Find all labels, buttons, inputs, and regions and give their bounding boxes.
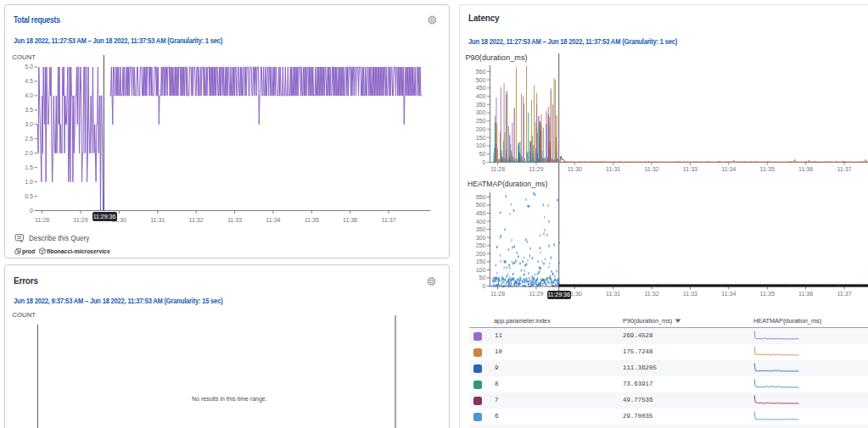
svg-text:2.0: 2.0	[25, 150, 33, 157]
svg-text:11:31: 11:31	[150, 217, 165, 224]
svg-text:0: 0	[483, 159, 486, 166]
svg-text:11:34: 11:34	[721, 166, 736, 173]
svg-text:11:33: 11:33	[683, 291, 697, 297]
svg-text:11:29: 11:29	[73, 217, 87, 224]
svg-text:11:36: 11:36	[343, 217, 357, 224]
svg-text:150: 150	[476, 258, 486, 265]
svg-text:0: 0	[483, 283, 486, 290]
svg-text:11:34: 11:34	[721, 291, 736, 297]
svg-text:450: 450	[476, 210, 486, 217]
svg-text:2.5: 2.5	[25, 136, 33, 142]
svg-text:350: 350	[476, 102, 486, 108]
svg-text:11:29: 11:29	[529, 291, 543, 297]
svg-text:250: 250	[476, 242, 486, 249]
svg-text:11:35: 11:35	[305, 217, 319, 224]
svg-text:1.5: 1.5	[25, 164, 33, 171]
svg-text:11:28: 11:28	[490, 291, 505, 297]
svg-text:3.0: 3.0	[25, 121, 33, 128]
svg-text:450: 450	[476, 85, 486, 92]
svg-text:550: 550	[476, 69, 486, 75]
svg-text:100: 100	[476, 267, 486, 274]
svg-text:11:34: 11:34	[266, 217, 280, 224]
svg-text:11:28: 11:28	[490, 166, 505, 173]
svg-text:300: 300	[476, 109, 486, 116]
svg-text:11:31: 11:31	[606, 291, 620, 297]
svg-text:11:37: 11:37	[837, 166, 851, 173]
svg-text:50: 50	[479, 151, 486, 158]
svg-text:11:30: 11:30	[568, 166, 582, 173]
svg-text:11:28: 11:28	[35, 217, 49, 224]
svg-text:200: 200	[476, 126, 486, 133]
svg-text:5.0: 5.0	[25, 64, 33, 70]
svg-text:0.5: 0.5	[25, 193, 33, 200]
svg-text:11:32: 11:32	[644, 291, 658, 297]
svg-text:11:32: 11:32	[644, 166, 658, 173]
svg-text:100: 100	[476, 142, 486, 149]
svg-text:400: 400	[476, 219, 486, 225]
svg-text:11:36: 11:36	[798, 291, 813, 297]
svg-text:550: 550	[476, 194, 486, 201]
svg-text:0: 0	[30, 208, 33, 214]
svg-text:3.5: 3.5	[25, 107, 33, 114]
svg-text:350: 350	[476, 226, 486, 233]
svg-text:11:29: 11:29	[529, 166, 543, 173]
svg-text:11:37: 11:37	[837, 291, 851, 297]
svg-text:11:36: 11:36	[798, 166, 813, 173]
svg-text:500: 500	[476, 77, 486, 84]
svg-text:11:31: 11:31	[606, 166, 620, 173]
svg-text:11:35: 11:35	[760, 166, 775, 173]
svg-text:4.5: 4.5	[25, 78, 33, 85]
svg-text:300: 300	[476, 235, 486, 242]
svg-text:50: 50	[479, 275, 486, 281]
svg-text:400: 400	[476, 93, 486, 100]
svg-text:11:33: 11:33	[683, 166, 697, 173]
svg-text:11:33: 11:33	[227, 217, 242, 224]
svg-text:200: 200	[476, 251, 486, 258]
svg-text:4.0: 4.0	[25, 92, 33, 99]
svg-text:11:35: 11:35	[760, 291, 775, 297]
svg-text:11:32: 11:32	[189, 217, 204, 224]
svg-text:500: 500	[476, 202, 486, 208]
svg-text:150: 150	[476, 135, 486, 142]
svg-text:250: 250	[476, 118, 486, 125]
svg-text:11:37: 11:37	[381, 217, 395, 224]
svg-text:1.0: 1.0	[25, 179, 33, 186]
